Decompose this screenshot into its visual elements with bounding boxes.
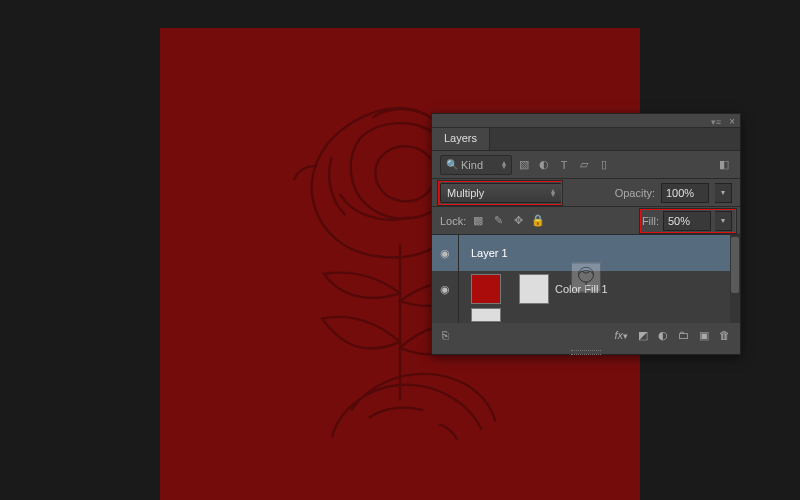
link-layers-icon[interactable]: ⎘ [442,329,449,341]
fill-swatch-thumbnail[interactable] [471,274,501,304]
layer-filter-bar: 🔍 Kind ▴▾ ▧ ◐ T ▱ ▯ ◧ [432,151,740,179]
blend-opacity-row: Multiply ▴▾ Opacity: 100% ▾ [432,179,740,207]
lock-label: Lock: [440,215,466,227]
updown-icon: ▴▾ [551,189,555,197]
opacity-input[interactable]: 100% [661,183,709,203]
scroll-thumb[interactable] [731,237,739,293]
close-icon[interactable]: × [729,116,735,127]
layer-row-background-peek[interactable] [432,307,740,323]
filter-kind-label: Kind [461,159,483,171]
fill-value: 50% [668,215,690,227]
lock-transparent-icon[interactable]: ▩ [470,213,486,229]
lock-all-icon[interactable]: 🔒 [530,213,546,229]
panel-titlebar[interactable]: ▾≡ × [432,114,740,127]
filter-adjust-icon[interactable]: ◐ [536,157,552,173]
panel-tabbar: Layers [432,127,740,151]
panel-menu-icon[interactable]: ▾≡ [711,117,721,127]
filter-smart-icon[interactable]: ▯ [596,157,612,173]
layer-thumbnail[interactable] [571,263,601,293]
search-icon: 🔍 [446,159,458,170]
layers-panel: ▾≡ × Layers 🔍 Kind ▴▾ ▧ ◐ T ▱ ▯ ◧ Multip… [431,113,741,355]
group-icon[interactable]: 🗀 [678,329,689,341]
trash-icon[interactable]: 🗑 [719,329,730,341]
blend-mode-value: Multiply [447,187,484,199]
opacity-label: Opacity: [615,187,655,199]
updown-icon: ▴▾ [502,161,506,169]
lock-fill-row: Lock: ▩ ✎ ✥ 🔒 Fill: 50% ▾ [432,207,740,235]
filter-kind-select[interactable]: 🔍 Kind ▴▾ [440,155,512,175]
mask-icon[interactable]: ◩ [638,329,648,342]
new-layer-icon[interactable]: ▣ [699,329,709,342]
layers-scrollbar[interactable] [730,235,740,323]
lock-image-icon[interactable]: ✎ [490,213,506,229]
layers-list: ◉ Layer 1 ◉ Color Fill 1 [432,235,740,323]
app-stage: ▾≡ × Layers 🔍 Kind ▴▾ ▧ ◐ T ▱ ▯ ◧ Multip… [0,0,800,500]
blend-mode-select[interactable]: Multiply ▴▾ [440,183,562,203]
fx-icon[interactable]: fx▾ [614,329,628,341]
filter-type-icon[interactable]: T [556,157,572,173]
fill-input[interactable]: 50% [663,211,711,231]
visibility-icon[interactable]: ◉ [438,283,452,296]
fill-dropdown-icon[interactable]: ▾ [715,211,732,231]
layers-footer: ⎘ fx▾ ◩ ◐ 🗀 ▣ 🗑 [432,323,740,347]
layer-name[interactable]: Layer 1 [471,247,508,259]
fill-label: Fill: [642,215,659,227]
filter-pixel-icon[interactable]: ▧ [516,157,532,173]
filter-shape-icon[interactable]: ▱ [576,157,592,173]
opacity-dropdown-icon[interactable]: ▾ [715,183,732,203]
opacity-value: 100% [666,187,694,199]
panel-resize-grip[interactable] [432,347,740,357]
mask-thumbnail[interactable] [519,274,549,304]
lock-position-icon[interactable]: ✥ [510,213,526,229]
filter-toggle-icon[interactable]: ◧ [716,157,732,173]
layer-row-layer1[interactable]: ◉ Layer 1 [432,235,740,271]
tab-layers[interactable]: Layers [432,128,490,150]
layer-thumbnail[interactable] [471,308,501,322]
visibility-icon[interactable]: ◉ [438,247,452,260]
adjustment-icon[interactable]: ◐ [658,329,668,342]
